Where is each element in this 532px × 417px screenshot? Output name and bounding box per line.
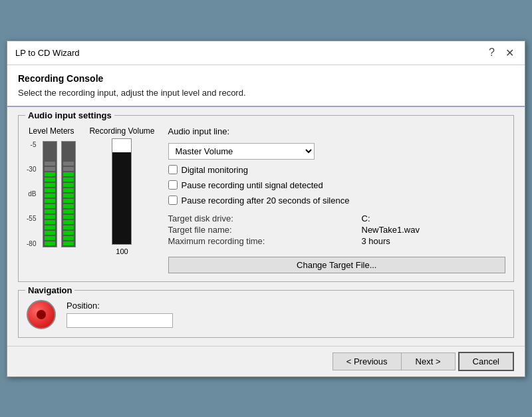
max-recording-label: Maximum recording time: [168,236,351,246]
previous-button[interactable]: < Previous [333,353,402,370]
volume-label: Recording Volume [89,126,154,136]
content-area: Audio input settings Level Meters -5 -30… [7,107,525,346]
audio-settings-section: Audio input settings Level Meters -5 -30… [18,115,514,282]
audio-input-select[interactable]: Master Volume Line In Microphone [168,143,315,160]
right-col: Audio input line: Master Volume Line In … [168,126,505,273]
target-disk-value: C: [362,213,506,223]
meters-label: Level Meters [29,126,74,136]
audio-input-label: Audio input line: [168,126,505,136]
pause-silence-checkbox[interactable] [168,196,178,205]
db-scale: -5 -30 dB -55 -80 [27,141,39,247]
info-grid: Target disk drive: C: Target file name: … [168,213,505,246]
volume-bar [112,138,132,245]
audio-settings-legend: Audio input settings [25,110,114,120]
digital-monitoring-checkbox[interactable] [168,165,178,174]
page-subtitle: Select the recording input, adjust the i… [18,88,514,98]
change-target-button[interactable]: Change Target File... [168,257,505,273]
page-title: Recording Console [18,73,514,84]
dialog-title: LP to CD Wizard [15,48,80,58]
pause-signal-checkbox[interactable] [168,180,178,190]
navigation-section: Navigation Position: [18,290,514,338]
pause-silence-row: Pause recording after 20 seconds of sile… [168,196,505,206]
digital-monitoring-label: Digital monitoring [182,165,248,175]
meter-bar-left [43,141,57,247]
pause-silence-label: Pause recording after 20 seconds of sile… [182,196,350,206]
help-button[interactable]: ? [486,47,497,59]
target-file-label: Target file name: [168,225,351,235]
volume-col: Recording Volume 100 [89,126,154,273]
record-button[interactable] [27,300,56,329]
position-label: Position: [66,301,173,311]
level-meters-col: Level Meters -5 -30 dB -55 -80 [27,126,76,273]
meter-bar-right [61,141,76,247]
pause-signal-row: Pause recording until signal detected [168,180,505,190]
footer: < Previous Next > Cancel [7,346,525,376]
pause-signal-label: Pause recording until signal detected [182,180,323,190]
next-button[interactable]: Next > [402,353,455,370]
volume-value: 100 [116,247,128,255]
target-disk-label: Target disk drive: [168,213,351,223]
nav-legend: Navigation [25,285,74,295]
digital-monitoring-row: Digital monitoring [168,165,505,175]
close-button[interactable]: ✕ [503,47,517,59]
position-col: Position: [66,301,173,328]
position-input[interactable] [66,313,173,328]
cancel-button[interactable]: Cancel [458,352,514,371]
title-bar: LP to CD Wizard ? ✕ [7,41,525,65]
header-section: Recording Console Select the recording i… [7,65,525,107]
prev-next-group: < Previous Next > [332,352,456,370]
dialog: LP to CD Wizard ? ✕ Recording Console Se… [7,41,525,377]
target-file-value: NewTake1.wav [362,225,506,235]
max-recording-value: 3 hours [362,236,506,246]
